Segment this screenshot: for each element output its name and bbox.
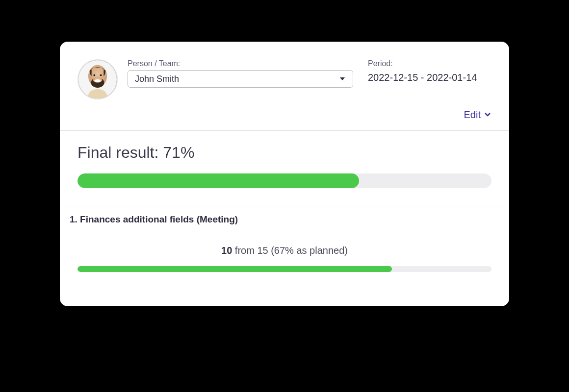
chevron-down-icon: [484, 109, 491, 121]
progress-bar-detail: [78, 266, 491, 272]
caret-down-icon: [339, 75, 346, 82]
period-value: 2022-12-15 - 2022-01-14: [368, 70, 477, 83]
result-section: Final result: 71%: [60, 131, 509, 206]
person-label: Person / Team:: [128, 59, 353, 68]
detail-section: 10 from 15 (67% as planned): [60, 233, 509, 306]
detail-value: 10: [221, 245, 232, 256]
svg-point-6: [100, 74, 102, 76]
svg-point-5: [93, 74, 95, 76]
person-dropdown[interactable]: John Smith: [128, 70, 353, 88]
header: Person / Team: John Smith Period: 2022-1…: [60, 42, 509, 109]
edit-button-label: Edit: [464, 109, 481, 121]
person-dropdown-value: John Smith: [135, 74, 179, 84]
progress-bar-overall: [78, 173, 491, 188]
report-card: Person / Team: John Smith Period: 2022-1…: [60, 42, 509, 306]
detail-rest: from 15 (67% as planned): [232, 245, 348, 256]
header-fields: Person / Team: John Smith Period: 2022-1…: [128, 59, 491, 88]
svg-point-4: [94, 79, 101, 82]
avatar: [78, 59, 118, 99]
progress-fill-detail: [78, 266, 392, 272]
subsection-header: 1. Finances additional fields (Meeting): [60, 206, 509, 233]
detail-text: 10 from 15 (67% as planned): [78, 245, 491, 256]
period-field-group: Period: 2022-12-15 - 2022-01-14: [368, 59, 477, 88]
edit-button[interactable]: Edit: [464, 109, 491, 121]
edit-row: Edit: [60, 109, 509, 130]
person-field-group: Person / Team: John Smith: [128, 59, 353, 88]
period-label: Period:: [368, 59, 477, 68]
progress-fill-overall: [78, 173, 359, 188]
final-result-heading: Final result: 71%: [78, 144, 491, 162]
